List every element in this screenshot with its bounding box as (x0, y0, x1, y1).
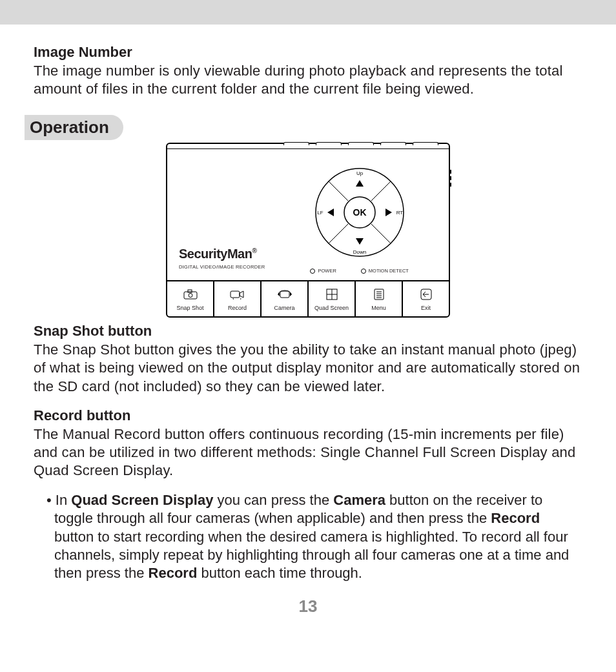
manual-page: Image Number The image number is only vi… (0, 25, 616, 672)
svg-rect-10 (184, 292, 197, 299)
hardware-button-row: Snap Shot Record Camera (167, 281, 449, 316)
svg-point-12 (189, 294, 192, 298)
quad-grid-icon (326, 288, 338, 301)
image-number-title: Image Number (34, 44, 582, 61)
menu-label: Menu (371, 305, 386, 311)
record-hw-button: Record (214, 281, 262, 316)
snapshot-title: Snap Shot button (34, 323, 582, 340)
record-title: Record button (34, 407, 582, 424)
snapshot-hw-button: Snap Shot (167, 281, 214, 316)
quad-hw-button: Quad Screen (309, 281, 356, 316)
quad-bullet: • In Quad Screen Display you can press t… (40, 491, 582, 582)
snapshot-body: The Snap Shot button gives the you the a… (34, 341, 582, 395)
snapshot-section: Snap Shot button The Snap Shot button gi… (34, 323, 582, 395)
dpad-column: OK Up Down LF RT POWER MOTION DETECT (278, 161, 441, 274)
rt-label: RT (396, 210, 403, 216)
snapshot-label: Snap Shot (176, 305, 203, 311)
svg-rect-15 (280, 291, 289, 298)
up-label: Up (356, 170, 364, 176)
ok-label: OK (353, 207, 366, 218)
lf-label: LF (317, 210, 323, 216)
record-label: Record (228, 305, 247, 311)
exit-icon (420, 288, 432, 301)
svg-rect-13 (231, 291, 240, 298)
menu-list-icon (374, 288, 384, 301)
top-notches (167, 144, 449, 149)
led-row: POWER MOTION DETECT (310, 268, 408, 274)
camera-hw-button: Camera (262, 281, 309, 316)
operation-heading: Operation (25, 115, 123, 140)
power-led: POWER (310, 268, 336, 274)
image-number-section: Image Number The image number is only vi… (34, 44, 582, 98)
motion-led: MOTION DETECT (361, 268, 409, 274)
device-upper-panel: SecurityMan® DIGITAL VIDEO/IMAGE RECORDE… (167, 149, 449, 281)
switch-camera-icon (276, 288, 293, 301)
exit-label: Exit (421, 305, 431, 311)
camera-icon (183, 288, 198, 301)
camera-label: Camera (274, 305, 294, 311)
image-number-body: The image number is only viewable during… (34, 62, 582, 98)
brand-subtitle: DIGITAL VIDEO/IMAGE RECORDER (179, 264, 265, 270)
side-nubs (449, 170, 451, 189)
device-body: SecurityMan® DIGITAL VIDEO/IMAGE RECORDE… (166, 143, 450, 318)
record-section: Record button The Manual Record button o… (34, 407, 582, 480)
svg-rect-21 (375, 289, 384, 300)
exit-hw-button: Exit (403, 281, 449, 316)
brand-name: SecurityMan® (179, 247, 265, 261)
videocam-icon (229, 288, 246, 301)
svg-marker-14 (240, 291, 243, 298)
dpad-icon: OK Up Down LF RT (308, 161, 411, 264)
page-number: 13 (34, 596, 582, 616)
device-illustration: SecurityMan® DIGITAL VIDEO/IMAGE RECORDE… (34, 143, 582, 318)
quad-bullet-text: • In Quad Screen Display you can press t… (40, 491, 582, 582)
menu-hw-button: Menu (356, 281, 403, 316)
down-label: Down (353, 249, 365, 255)
record-body: The Manual Record button offers continuo… (34, 425, 582, 480)
brand-block: SecurityMan® DIGITAL VIDEO/IMAGE RECORDE… (179, 247, 265, 270)
quad-label: Quad Screen (314, 305, 349, 311)
